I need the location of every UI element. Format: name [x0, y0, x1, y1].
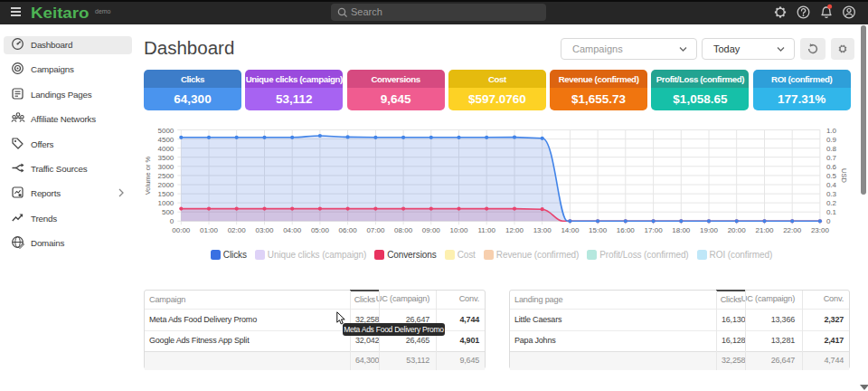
svg-text:1500: 1500: [158, 190, 175, 198]
svg-text:3500: 3500: [158, 154, 175, 162]
svg-text:0: 0: [170, 217, 175, 225]
svg-text:0.9: 0.9: [826, 136, 837, 144]
svg-text:0.4: 0.4: [826, 181, 837, 189]
svg-text:07:00: 07:00: [366, 226, 385, 234]
svg-text:02:00: 02:00: [228, 226, 247, 234]
svg-text:4000: 4000: [158, 145, 175, 153]
svg-text:0.2: 0.2: [826, 199, 837, 207]
svg-text:17:00: 17:00: [645, 226, 664, 234]
svg-text:00:00: 00:00: [172, 226, 191, 234]
svg-text:0.6: 0.6: [826, 163, 837, 171]
svg-text:5000: 5000: [158, 127, 175, 135]
svg-text:0.7: 0.7: [826, 154, 837, 162]
svg-text:03:00: 03:00: [255, 226, 274, 234]
svg-text:14:00: 14:00: [561, 226, 580, 234]
svg-text:05:00: 05:00: [311, 226, 330, 234]
svg-text:USD: USD: [840, 168, 848, 183]
svg-text:0: 0: [826, 217, 831, 225]
svg-text:0.1: 0.1: [826, 208, 837, 216]
svg-text:0.8: 0.8: [826, 145, 837, 153]
svg-text:15:00: 15:00: [589, 226, 608, 234]
svg-text:0.5: 0.5: [826, 172, 837, 180]
svg-text:2500: 2500: [158, 172, 175, 180]
svg-text:3000: 3000: [158, 163, 175, 171]
svg-text:1000: 1000: [158, 199, 175, 207]
svg-text:01:00: 01:00: [200, 226, 219, 234]
svg-text:0.3: 0.3: [826, 190, 837, 198]
svg-text:04:00: 04:00: [283, 226, 302, 234]
svg-text:4500: 4500: [158, 136, 175, 144]
svg-text:12:00: 12:00: [505, 226, 524, 234]
svg-text:16:00: 16:00: [617, 226, 636, 234]
svg-text:22:00: 22:00: [783, 226, 802, 234]
svg-text:500: 500: [162, 208, 175, 216]
svg-text:11:00: 11:00: [477, 226, 495, 234]
svg-text:19:00: 19:00: [700, 226, 719, 234]
svg-text:Volume or %: Volume or %: [144, 156, 152, 195]
svg-text:23:00: 23:00: [811, 226, 830, 234]
svg-text:18:00: 18:00: [672, 226, 691, 234]
svg-text:21:00: 21:00: [755, 226, 774, 234]
svg-text:13:00: 13:00: [533, 226, 552, 234]
svg-text:09:00: 09:00: [422, 226, 441, 234]
svg-text:20:00: 20:00: [728, 226, 747, 234]
svg-text:06:00: 06:00: [339, 226, 358, 234]
svg-text:10:00: 10:00: [449, 226, 468, 234]
svg-text:2000: 2000: [158, 181, 175, 189]
svg-text:08:00: 08:00: [394, 226, 413, 234]
svg-text:1.0: 1.0: [826, 127, 837, 135]
